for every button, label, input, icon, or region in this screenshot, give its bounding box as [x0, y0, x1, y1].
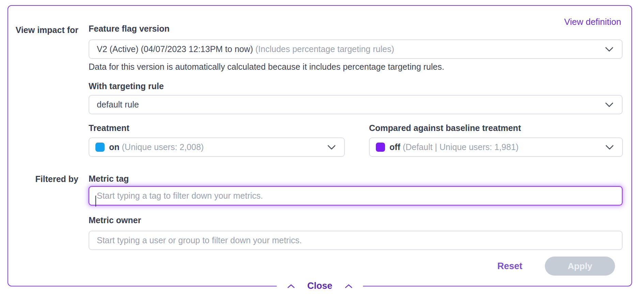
- chevron-down-icon: [327, 145, 336, 150]
- baseline-treatment-label: Compared against baseline treatment: [369, 123, 521, 133]
- chevron-down-icon: [605, 102, 614, 108]
- metric-tag-input[interactable]: [89, 186, 623, 205]
- filter-panel-page: View definition View impact for Feature …: [0, 0, 644, 296]
- actions-row: Reset Apply: [497, 257, 615, 276]
- version-helper-text: Data for this version is automatically c…: [89, 62, 444, 72]
- targeting-rule-value: default rule: [97, 100, 599, 110]
- targeting-rule-select[interactable]: default rule: [89, 95, 623, 114]
- apply-button[interactable]: Apply: [545, 257, 615, 276]
- baseline-treatment-select[interactable]: off (Default | Unique users: 1,981): [369, 137, 623, 157]
- treatment-label: Treatment: [89, 123, 129, 133]
- chevron-down-icon: [605, 47, 614, 52]
- treatment-color-swatch: [95, 143, 105, 152]
- close-button[interactable]: Close: [277, 280, 363, 292]
- view-impact-for-label: View impact for: [14, 23, 78, 37]
- chevron-up-icon: [344, 284, 353, 289]
- text-cursor: [95, 196, 96, 207]
- view-definition-link[interactable]: View definition: [564, 17, 621, 27]
- feature-flag-version-value: V2 (Active) (04/07/2023 12:13PM to now) …: [97, 44, 599, 54]
- feature-flag-version-select[interactable]: V2 (Active) (04/07/2023 12:13PM to now) …: [89, 39, 623, 59]
- metric-tag-label: Metric tag: [89, 174, 129, 183]
- treatment-value: on (Unique users: 2,008): [95, 142, 322, 152]
- treatment-select[interactable]: on (Unique users: 2,008): [89, 137, 345, 157]
- baseline-color-swatch: [376, 143, 385, 152]
- baseline-treatment-value: off (Default | Unique users: 1,981): [376, 142, 600, 152]
- impact-filter-panel: View definition View impact for Feature …: [7, 5, 632, 286]
- metric-owner-label: Metric owner: [89, 215, 141, 225]
- metric-owner-input[interactable]: [89, 231, 623, 250]
- chevron-up-icon: [287, 284, 295, 289]
- reset-button[interactable]: Reset: [497, 261, 522, 272]
- targeting-rule-label: With targeting rule: [89, 81, 164, 91]
- feature-flag-version-label: Feature flag version: [89, 24, 170, 33]
- chevron-down-icon: [605, 145, 614, 150]
- filtered-by-label: Filtered by: [14, 174, 78, 184]
- close-label: Close: [307, 281, 333, 291]
